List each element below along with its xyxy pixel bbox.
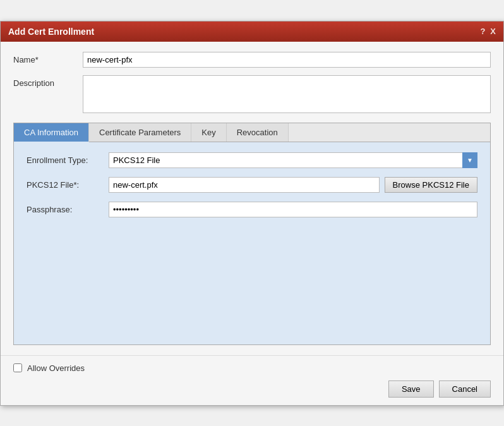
allow-overrides-row: Allow Overrides: [13, 363, 491, 373]
button-row: Save Cancel: [13, 380, 491, 398]
pkcs12-file-input[interactable]: [109, 177, 380, 193]
dialog-titlebar: Add Cert Enrollment ? X: [1, 21, 503, 42]
enrollment-type-select[interactable]: PKCS12 File SCEP Manual: [109, 152, 477, 168]
allow-overrides-label: Allow Overrides: [27, 363, 85, 373]
enrollment-type-label: Enrollment Type:: [27, 155, 109, 165]
enrollment-type-select-wrapper: PKCS12 File SCEP Manual: [109, 152, 477, 168]
enrollment-type-row: Enrollment Type: PKCS12 File SCEP Manual: [27, 152, 477, 168]
dialog-body: Name* Description CA Information Certifi…: [1, 42, 503, 355]
description-row: Description: [13, 75, 491, 115]
passphrase-label: Passphrase:: [27, 205, 109, 214]
passphrase-row: Passphrase:: [27, 202, 477, 217]
save-button[interactable]: Save: [388, 380, 434, 398]
help-icon[interactable]: ?: [480, 27, 485, 36]
allow-overrides-checkbox[interactable]: [13, 363, 22, 372]
description-textarea[interactable]: [83, 75, 491, 113]
tab-key[interactable]: Key: [191, 123, 226, 142]
name-input[interactable]: [83, 52, 491, 68]
tab-content-ca-information: Enrollment Type: PKCS12 File SCEP Manual: [14, 142, 490, 344]
dialog-footer: Allow Overrides Save Cancel: [1, 355, 503, 405]
enrollment-type-control: PKCS12 File SCEP Manual: [109, 152, 477, 168]
tabs-container: CA Information Certificate Parameters Ke…: [13, 123, 491, 345]
tab-ca-information[interactable]: CA Information: [14, 123, 89, 142]
titlebar-controls: ? X: [480, 27, 496, 36]
description-control-wrap: [83, 75, 491, 115]
description-label: Description: [13, 75, 83, 88]
close-icon[interactable]: X: [490, 27, 496, 36]
tabs-header: CA Information Certificate Parameters Ke…: [14, 123, 490, 142]
tab-certificate-parameters[interactable]: Certificate Parameters: [89, 123, 191, 142]
passphrase-input[interactable]: [109, 202, 477, 217]
browse-pkcs12-button[interactable]: Browse PKCS12 File: [385, 177, 477, 193]
dialog-title: Add Cert Enrollment: [8, 27, 94, 37]
passphrase-control: [109, 202, 477, 217]
cancel-button[interactable]: Cancel: [439, 380, 491, 398]
pkcs12-file-row: PKCS12 File*: Browse PKCS12 File: [27, 177, 477, 193]
name-label: Name*: [13, 52, 83, 64]
pkcs12-file-label: PKCS12 File*:: [27, 180, 109, 190]
add-cert-enrollment-dialog: Add Cert Enrollment ? X Name* Descriptio…: [0, 21, 504, 406]
name-control-wrap: [83, 52, 491, 68]
tab-revocation[interactable]: Revocation: [227, 123, 289, 142]
pkcs12-file-control: Browse PKCS12 File: [109, 177, 477, 193]
name-row: Name*: [13, 52, 491, 68]
